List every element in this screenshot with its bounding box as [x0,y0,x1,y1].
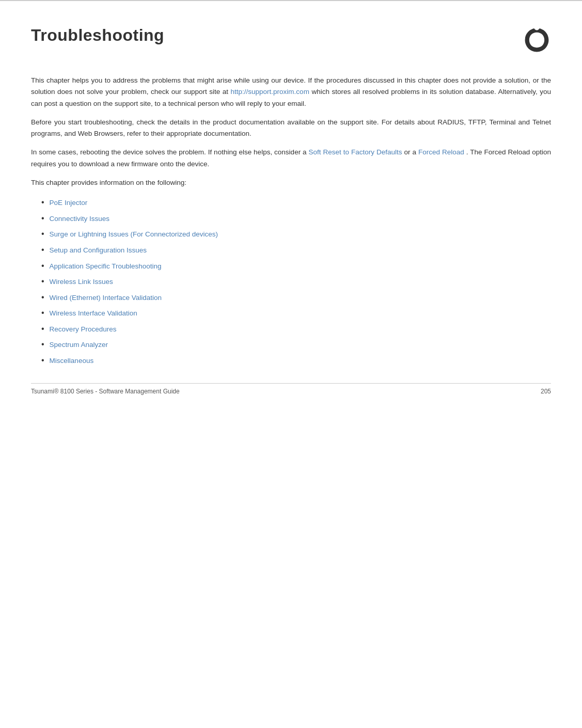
list-item: PoE Injector [31,196,551,209]
intro-paragraph-3: In some cases, rebooting the device solv… [31,147,551,170]
list-item-link[interactable]: Connectivity Issues [50,213,109,225]
support-link[interactable]: http://support.proxim.com [231,88,309,96]
list-item-link[interactable]: Recovery Procedures [50,324,117,335]
page-title: Troubleshooting [31,26,164,45]
soft-reset-link[interactable]: Soft Reset to Factory Defaults [309,148,402,156]
list-item: Wireless Link Issues [31,275,551,288]
intro-paragraph-4: This chapter provides information on the… [31,177,551,188]
list-item-link[interactable]: Setup and Configuration Issues [50,245,147,256]
list-item: Surge or Lightning Issues (For Connector… [31,227,551,241]
header-area: Troubleshooting [31,26,551,54]
forced-reload-link[interactable]: Forced Reload [418,148,464,156]
footer-left: Tsunami® 8100 Series - Software Manageme… [31,388,180,395]
list-item: Connectivity Issues [31,212,551,225]
list-item-link[interactable]: Miscellaneous [50,355,94,367]
list-item-link[interactable]: PoE Injector [50,197,88,209]
proxim-logo [523,26,551,54]
intro-paragraph-2: Before you start troubleshooting, check … [31,117,551,140]
list-item-link[interactable]: Wireless Link Issues [50,276,113,288]
list-item: Wired (Ethernet) Interface Validation [31,291,551,304]
list-item: Wireless Interface Validation [31,306,551,320]
topics-list: PoE InjectorConnectivity IssuesSurge or … [31,196,551,367]
list-item-link[interactable]: Spectrum Analyzer [50,339,108,351]
footer-right: 205 [541,388,551,395]
list-item: Setup and Configuration Issues [31,243,551,257]
list-item-link[interactable]: Surge or Lightning Issues (For Connector… [50,229,218,240]
list-item-link[interactable]: Wired (Ethernet) Interface Validation [50,292,162,304]
list-item: Miscellaneous [31,354,551,367]
list-item: Spectrum Analyzer [31,338,551,351]
list-item: Recovery Procedures [31,322,551,336]
list-item-link[interactable]: Wireless Interface Validation [50,308,137,319]
list-item-link[interactable]: Application Specific Troubleshooting [50,261,162,272]
intro-paragraph-1: This chapter helps you to address the pr… [31,75,551,109]
page-container: Troubleshooting This chapter helps you t… [0,0,582,405]
list-item: Application Specific Troubleshooting [31,259,551,273]
footer: Tsunami® 8100 Series - Software Manageme… [31,383,551,395]
